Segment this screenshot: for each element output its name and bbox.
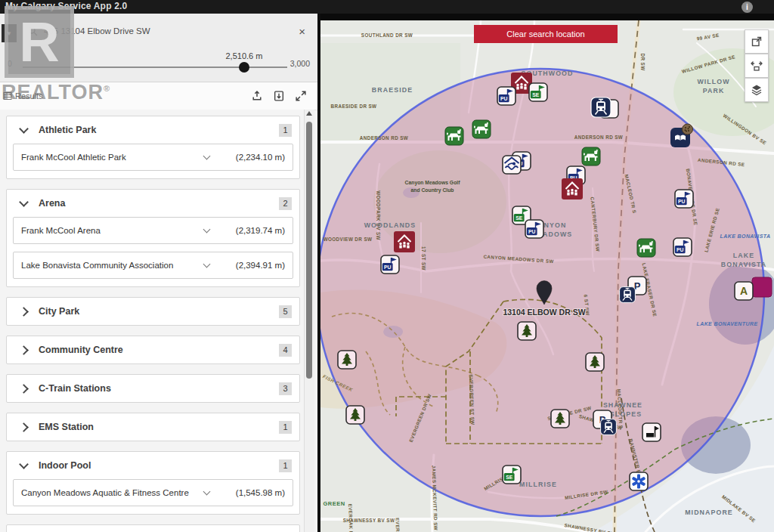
community-centre-icon[interactable] (562, 178, 583, 200)
map-label: ANDERSON RD SW (360, 135, 408, 141)
map-label: BRAESIDE DR SW (331, 104, 377, 109)
result-item[interactable]: Lake Bonavista Community Association(2,3… (13, 252, 293, 279)
extent-icon (751, 60, 763, 72)
flag-site-icon[interactable] (642, 423, 661, 441)
scrollbar (304, 110, 314, 532)
svg-text:SE: SE (515, 215, 523, 221)
svg-text:A: A (740, 285, 748, 297)
arena-icon[interactable]: A (735, 282, 753, 300)
map-label: WILLOW (697, 78, 729, 85)
map-label: LAKE BONAVISTA (720, 234, 771, 239)
category-header[interactable]: Libraries1 (7, 525, 299, 532)
default-extent-button[interactable] (745, 54, 769, 78)
count-badge: 1 (279, 124, 292, 137)
chevron-right-icon (19, 345, 29, 355)
export-file-icon[interactable] (273, 90, 285, 102)
clear-search-location-button[interactable]: Clear search location (474, 25, 618, 43)
count-badge: 2 (279, 197, 292, 210)
result-item[interactable]: Canyon Meadows Aquatic & Fitness Centre(… (13, 479, 293, 506)
app-title: My Calgary Service App 2.0 (5, 1, 128, 11)
school-public-icon[interactable]: PU (381, 255, 399, 274)
search-area: ▼ 405 13104 Elbow Drive SW × 0 2,510.6 m… (0, 14, 317, 82)
school-public-icon[interactable]: PU (525, 220, 543, 238)
map-label: GREEN (323, 500, 345, 507)
table-icon (3, 91, 12, 101)
association-square-icon[interactable] (752, 277, 772, 297)
svg-text:PU: PU (384, 264, 392, 270)
scrollbar-thumb[interactable] (306, 122, 312, 379)
result-item[interactable]: Frank McCool Arena(2,319.74 m) (13, 217, 293, 244)
slider-track[interactable]: 2,510.6 m (23, 66, 287, 68)
expand-icon[interactable] (295, 90, 307, 102)
park-tree-icon[interactable] (338, 351, 356, 369)
map-label: SOUTHLAND DR SW (361, 32, 413, 38)
ems-station-icon[interactable] (630, 472, 648, 490)
school-separate-icon[interactable]: SE (503, 466, 521, 484)
ctrain-icon[interactable] (591, 97, 611, 117)
slider-thumb[interactable] (239, 62, 249, 73)
search-input[interactable]: 405 13104 Elbow Drive SW (44, 26, 293, 36)
chevron-down-icon[interactable] (203, 226, 211, 234)
slider-value: 2,510.6 m (225, 51, 262, 60)
category-label: Community Centre (39, 345, 279, 355)
park-tree-icon[interactable] (551, 410, 569, 428)
off-leash-area-icon[interactable] (582, 147, 600, 165)
search-bar[interactable]: 405 13104 Elbow Drive SW × (21, 20, 311, 42)
category-group: Athletic Park1Frank McCool Athletic Park… (6, 116, 300, 179)
category-header[interactable]: Arena2 (7, 190, 299, 217)
title-bar: My Calgary Service App 2.0 (0, 0, 774, 14)
open-external-icon (751, 36, 763, 48)
result-item-distance: (1,545.98 m) (220, 488, 285, 497)
off-leash-area-icon[interactable] (637, 239, 655, 257)
school-public-icon[interactable]: PU (673, 238, 692, 256)
upload-icon[interactable] (251, 90, 263, 102)
map-label: BRAESIDE (372, 86, 413, 94)
map-area: SOUTHLAND DR SW99 AV SEWILLOW PARK DR SE… (320, 20, 774, 532)
result-item-distance: (2,394.91 m) (220, 261, 285, 270)
map-label: EVERST (395, 518, 401, 532)
category-header[interactable]: Community Centre4 (7, 336, 299, 363)
app-window: My Calgary Service App 2.0 i ▼ 405 13104… (0, 0, 774, 532)
park-tree-icon[interactable] (346, 406, 364, 424)
chevron-down-icon[interactable] (203, 488, 211, 496)
chevron-down-icon[interactable] (203, 153, 211, 160)
school-public-icon[interactable]: PU (497, 87, 515, 105)
park-tree-icon[interactable] (518, 322, 536, 340)
layers-button[interactable] (745, 78, 769, 102)
scroll-up-icon[interactable] (306, 111, 312, 116)
map-canvas[interactable]: SOUTHLAND DR SW99 AV SEWILLOW PARK DR SE… (320, 20, 774, 532)
svg-text:SE: SE (506, 475, 513, 480)
chevron-down-icon (19, 124, 29, 134)
results-toolbar: Results (0, 82, 317, 110)
result-item[interactable]: Frank McCool Athletic Park(2,234.10 m) (13, 144, 293, 171)
map-label: WOODVIEW DR SW (324, 237, 373, 242)
school-public-icon[interactable]: PU (675, 190, 693, 208)
map-label: and Country Club (410, 187, 454, 193)
map-label: 17 ST SW (421, 246, 426, 271)
off-leash-area-icon[interactable] (472, 120, 491, 138)
community-centre-icon[interactable] (394, 231, 415, 252)
category-header[interactable]: Athletic Park1 (7, 116, 299, 144)
category-header[interactable]: Indoor Pool1 (7, 452, 299, 479)
open-external-button[interactable] (745, 29, 769, 54)
category-header[interactable]: City Park5 (7, 298, 299, 325)
count-badge: 3 (279, 382, 292, 395)
map-label: MILLRISE (519, 481, 557, 488)
off-leash-area-icon[interactable] (445, 127, 463, 145)
category-label: Athletic Park (39, 125, 279, 135)
category-header[interactable]: C-Train Stations3 (7, 375, 299, 402)
map-label: WOODLANDS (364, 221, 416, 229)
search-icon (27, 26, 38, 36)
school-separate-icon[interactable]: SE (529, 83, 547, 101)
chevron-down-icon[interactable] (203, 261, 211, 268)
indoor-pool-icon[interactable] (503, 156, 521, 174)
panel-collapse-button[interactable]: ▼ (2, 24, 17, 42)
category-header[interactable]: EMS Station1 (7, 413, 299, 441)
park-tree-icon[interactable] (586, 353, 604, 371)
result-item-distance: (2,234.10 m) (220, 153, 285, 162)
info-icon[interactable]: i (741, 2, 753, 13)
category-group: EMS Station1 (6, 413, 300, 441)
close-icon[interactable]: × (293, 25, 311, 38)
svg-text:SE: SE (532, 92, 540, 97)
map-label: SLOPES (610, 410, 642, 418)
